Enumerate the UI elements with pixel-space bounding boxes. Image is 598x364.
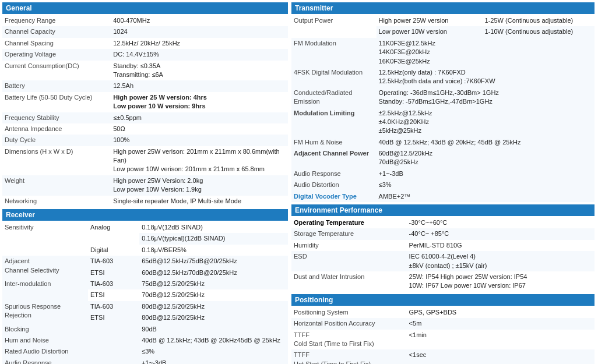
antenna-imp-label: Antenna Impedance [2,123,111,135]
positioning-header: Positioning [291,294,595,306]
battery-life-value: High power 25 W version: 4hrsLow power 1… [111,92,288,112]
spurious-tia-val: 80dB@12.5/20/25kHz [139,301,288,312]
ch-capacity-value: 1024 [111,26,288,37]
sensitivity-analog-val1: 0.18μV(12dB SINAD) [139,222,288,233]
table-row: Blocking 90dB [2,324,288,335]
table-row: FM Hum & Noise 40dB @ 12.5kHz; 43dB @ 20… [291,137,595,148]
freq-range-value: 400-470MHz [111,15,288,26]
general-header: General [2,2,288,14]
intermod-tia-label: TIA-603 [88,278,139,289]
humidity-val: PerMIL-STD 810G [407,240,595,251]
dimensions-value: High power 25W verison: 201mm x 211mm x … [111,146,288,175]
table-row: Sensitivity Analog 0.18μV(12dB SINAD) [2,222,288,233]
fm-hum-label: FM Hum & Noise [291,137,377,148]
table-row: Antenna Impedance 50Ω [2,123,288,135]
spurious-tia-label: TIA-603 [88,301,139,312]
table-row: Storage Temperature -40°C~ +85°C [291,228,595,239]
table-row: Weight High power 25W Version: 2.0kgLow … [2,175,288,196]
table-row: FM Modulation 11K0F3E@12.5kHz 14K0F3E@20… [291,38,595,67]
blocking-label: Blocking [2,324,88,335]
table-row: Humidity PerMIL-STD 810G [291,240,595,251]
fsk-mod-label: 4FSK Digital Modulation [291,67,377,87]
op-voltage-value: DC: 14.4V±15% [111,49,288,60]
ttff-cold-val: <1min [407,330,595,350]
left-column: General Frequency Range 400-470MHz Chann… [2,2,288,364]
tx-audio-dist-val: ≤3% [377,179,595,190]
networking-value: Single-site repeater Mode, IP Multi-site… [111,196,288,207]
storage-temp-val: -40°C~ +85°C [407,228,595,239]
table-row: Conducted/Radiated Emission Operating: -… [291,87,595,108]
table-row: Operating Voltage DC: 14.4V±15% [2,49,288,60]
table-row: Adjacent Channel Power 60dB@12.5/20kHz 7… [291,148,595,168]
intermod-etsi-label: ETSI [88,289,139,301]
adjacent-label: AdjacentChannel Selectivity [2,256,88,278]
battery-value: 12.5Ah [111,80,288,91]
audio-dist-val: ≤3% [139,346,288,357]
audio-dist-label: Rated Audio Distortion [2,346,88,357]
fsk-mod-value: 12.5kHz(only data) : 7K60FXD 12.5kHz(bot… [377,67,595,87]
intermod-tia-val: 75dB@12.5/20/25kHz [139,278,288,289]
weight-label: Weight [2,175,111,196]
table-row: Dust and Water Intrusion 25W: IP54 High … [291,271,595,292]
table-row: TTFFCold Start (Time to First Fix) <1min [291,330,595,350]
adj-etsi-val: 60dB@12.5kHz/70dB@20/25kHz [139,267,288,278]
mod-limiting-label: Modulation Limiting [291,108,377,137]
duty-cycle-label: Duty Cycle [2,135,111,146]
horiz-acc-label: Horizontal Position Accuracy [291,318,407,329]
table-row: Channel Capacity 1024 [2,26,288,37]
mod-limiting-value: ±2.5kHz@12.5kHz ±4.0KHz@20KHz ±5kHz@25kH… [377,108,595,137]
adj-ch-pwr-label: Adjacent Channel Power [291,148,377,168]
table-row: Horizontal Position Accuracy <5m [291,318,595,329]
receiver-header: Receiver [2,209,288,221]
positioning-table: Positioning System GPS, GPS+BDS Horizont… [291,307,595,364]
table-row: Dimensions (H x W x D) High power 25W ve… [2,146,288,175]
table-row: Digital Vocoder Type AMBE+2™ [291,191,595,202]
blocking-sub [88,324,139,335]
hum-noise-val: 40dB @ 12.5kHz; 43dB @ 20kHz45dB @ 25kHz [139,335,288,346]
adj-tia-label: TIA-603 [88,256,139,267]
sensitivity-analog-label: Analog [88,222,139,245]
table-row: Battery 12.5Ah [2,80,288,91]
table-row: Channel Spacing 12.5kHz/ 20kHz/ 25kHz [2,38,288,49]
table-row: Networking Single-site repeater Mode, IP… [2,196,288,207]
table-row: Frequency Stability ≤±0.5ppm [2,112,288,123]
table-row: Hum and Noise 40dB @ 12.5kHz; 43dB @ 20k… [2,335,288,346]
spurious-etsi-label: ETSI [88,312,139,323]
storage-temp-label: Storage Temperature [291,228,407,239]
output-power-low-label: Low power 10W version [377,26,483,37]
transmitter-header: Transmitter [291,2,595,14]
networking-label: Networking [2,196,111,207]
table-row: TTFFHot Start (Time to First Fix) <1sec [291,349,595,364]
adj-etsi-label: ETSI [88,267,139,278]
op-temp-val: -30°C~+60°C [407,217,595,228]
ch-spacing-value: 12.5kHz/ 20kHz/ 25kHz [111,38,288,49]
table-row: Output Power High power 25W version 1-25… [291,15,595,26]
sensitivity-digital-val: 0.18μV/BER5% [139,245,288,256]
weight-value: High power 25W Version: 2.0kgLow power 1… [111,175,288,196]
table-row: Operating Temperature -30°C~+60°C [291,217,595,228]
transmitter-table: Output Power High power 25W version 1-25… [291,15,595,202]
battery-label: Battery [2,80,111,91]
main-container: General Frequency Range 400-470MHz Chann… [0,0,598,364]
dust-water-label: Dust and Water Intrusion [291,271,407,292]
ch-capacity-label: Channel Capacity [2,26,111,37]
table-row: Audio Response +1~-3dB [291,168,595,179]
table-row: Frequency Range 400-470MHz [2,15,288,26]
table-row: Duty Cycle 100% [2,135,288,146]
environment-table: Operating Temperature -30°C~+60°C Storag… [291,217,595,292]
dust-water-val: 25W: IP54 High power 25W version: IP54 1… [407,271,595,292]
table-row: Positioning System GPS, GPS+BDS [291,307,595,318]
hum-noise-label: Hum and Noise [2,335,88,346]
esd-label: ESD [291,251,407,271]
cond-rad-label: Conducted/Radiated Emission [291,87,377,108]
environment-header: Environment Performance [291,204,595,216]
output-power-high-label: High power 25W version [377,15,483,26]
tx-audio-dist-label: Audio Distortion [291,179,377,190]
intermod-label: Inter-modulation [2,278,88,301]
battery-life-label: Battery Life (50-50 Duty Cycle) [2,92,111,112]
table-row: Rated Audio Distortion ≤3% [2,346,288,357]
output-power-low-val: 1-10W (Continuous adjustable) [483,26,595,37]
freq-stability-label: Frequency Stability [2,112,111,123]
table-row: Modulation Limiting ±2.5kHz@12.5kHz ±4.0… [291,108,595,137]
table-row: 4FSK Digital Modulation 12.5kHz(only dat… [291,67,595,87]
